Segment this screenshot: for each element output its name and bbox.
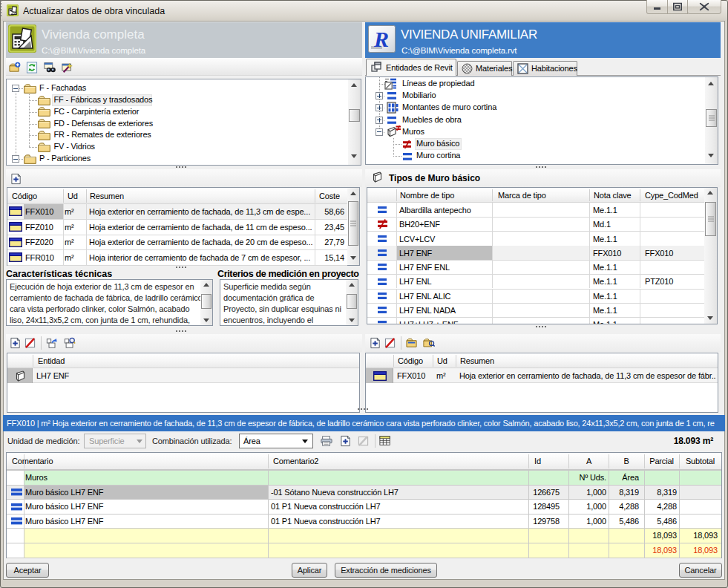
svg-text:R: R — [373, 27, 389, 51]
